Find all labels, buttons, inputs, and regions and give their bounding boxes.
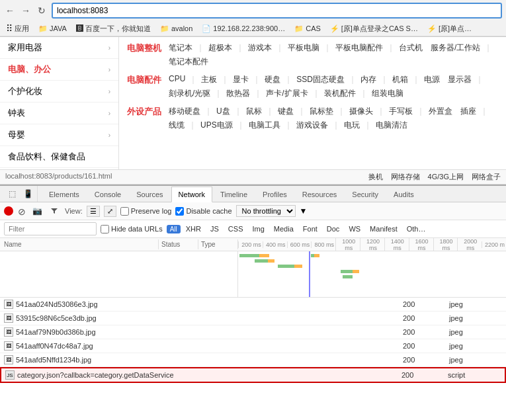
menu-item-food[interactable]: 食品饮料、保健食品 — [0, 146, 118, 168]
tab-profiles[interactable]: Profiles — [255, 187, 294, 202]
link-cpu[interactable]: CPU — [169, 74, 185, 85]
disable-cache-checkbox[interactable] — [175, 207, 184, 216]
menu-item-muying[interactable]: 母婴 › — [0, 124, 118, 146]
link-xianka[interactable]: 显卡 — [233, 74, 249, 85]
tab-security[interactable]: Security — [345, 187, 386, 202]
type-js[interactable]: JS — [209, 225, 220, 233]
table-row[interactable]: 🖼 541aaff0N47dc48a7.jpg 200 jpeg — [0, 339, 506, 353]
bookmark-java[interactable]: 📁 JAVA — [36, 24, 69, 34]
bookmark-cas-link2[interactable]: ⚡ [原]单点… — [425, 23, 474, 34]
link-chaoji[interactable]: 超极本 — [208, 42, 232, 54]
status-link-1[interactable]: 网络存储 — [391, 172, 420, 182]
type-other[interactable]: Oth… — [405, 225, 427, 233]
tab-sources[interactable]: Sources — [129, 187, 170, 202]
link-chazuo[interactable]: 插座 — [460, 106, 476, 117]
link-keyboard[interactable]: 键盘 — [278, 106, 294, 117]
type-img[interactable]: Img — [251, 225, 265, 233]
link-sanreqi[interactable]: 散热器 — [226, 88, 250, 99]
type-manifest[interactable]: Manifest — [368, 225, 399, 233]
url-bar[interactable] — [52, 3, 502, 19]
table-row[interactable]: 🖼 541aa024Nd53086e3.jpg 200 jpeg — [0, 298, 506, 312]
forward-button[interactable]: → — [20, 5, 32, 17]
link-zhuangji[interactable]: 装机配件 — [324, 88, 356, 99]
link-note[interactable]: 笔记本 — [169, 42, 192, 54]
link-jixiang[interactable]: 机箱 — [392, 74, 408, 85]
device-mode-button[interactable]: 📱 — [21, 187, 34, 200]
link-pingban-peijian[interactable]: 平板电脑配件 — [335, 42, 383, 54]
throttle-select[interactable]: No throttling — [236, 205, 296, 217]
link-dianyuan[interactable]: 电源 — [424, 74, 440, 85]
link-sxieban[interactable]: 手写板 — [389, 106, 413, 117]
link-udisk[interactable]: 移动硬盘 — [169, 106, 200, 117]
link-mouse[interactable]: 鼠标 — [246, 106, 262, 117]
bookmark-avalon[interactable]: 📁 avalon — [158, 24, 194, 34]
clear-button[interactable]: ⊘ — [17, 206, 26, 216]
status-link-0[interactable]: 换机 — [368, 172, 383, 182]
link-yingpan[interactable]: 硬盘 — [265, 74, 280, 85]
grid-view-button[interactable]: ⤢ — [104, 206, 116, 217]
type-doc[interactable]: Doc — [325, 225, 341, 233]
status-link-3[interactable]: 网络盒子 — [472, 172, 501, 182]
bookmark-apps[interactable]: ⠿ 应用 — [4, 22, 31, 34]
camera-button[interactable]: 📷 — [30, 204, 44, 218]
menu-item-zhongbiao[interactable]: 钟表 › — [0, 103, 118, 124]
status-link-2[interactable]: 4G/3G上网 — [428, 172, 464, 182]
bookmark-cas[interactable]: 📁 CAS — [292, 24, 323, 34]
tab-console[interactable]: Console — [87, 187, 128, 202]
disable-cache-label[interactable]: Disable cache — [175, 207, 232, 216]
type-ws[interactable]: WS — [347, 225, 362, 233]
link-note-acc[interactable]: 笔记本配件 — [169, 56, 208, 67]
list-view-button[interactable]: ☰ — [87, 206, 100, 217]
table-row[interactable]: 🖼 541aaf79N9b0d386b.jpg 200 jpeg — [0, 325, 506, 339]
link-usb[interactable]: U盘 — [216, 106, 230, 117]
link-server[interactable]: 服务器/工作站 — [431, 42, 480, 54]
inspect-element-button[interactable]: ⬚ — [5, 187, 19, 200]
link-ssd[interactable]: SSD固态硬盘 — [296, 74, 345, 85]
link-xianlam[interactable]: 线缆 — [169, 120, 185, 131]
link-youxi[interactable]: 游戏本 — [248, 42, 272, 54]
hide-data-checkbox[interactable] — [101, 225, 109, 233]
tab-elements[interactable]: Elements — [42, 187, 87, 202]
tab-timeline[interactable]: Timeline — [213, 187, 255, 202]
bookmark-cas-link[interactable]: ⚡ [原]单点登录之CAS S… — [328, 23, 420, 34]
type-media[interactable]: Media — [273, 225, 295, 233]
bookmark-ip[interactable]: 📄 192.168.22.238:900… — [200, 24, 287, 34]
refresh-button[interactable]: ↻ — [36, 5, 48, 17]
table-row[interactable]: 🖼 53915c98N6c5ce3db.jpg 200 jpeg — [0, 312, 506, 325]
menu-item-genhun[interactable]: 个护化妆 › — [0, 81, 118, 103]
menu-item-diannao[interactable]: 电脑、办公 › — [0, 59, 118, 81]
link-mousepad[interactable]: 鼠标垫 — [310, 106, 333, 117]
link-camera[interactable]: 摄像头 — [349, 106, 373, 117]
preserve-log-checkbox[interactable] — [120, 207, 129, 216]
menu-item-auto[interactable]: 汽车用品 › — [0, 168, 118, 169]
menu-item-jiayong[interactable]: 家用电器 › — [0, 37, 118, 59]
filter-input[interactable] — [4, 222, 97, 235]
link-kelu[interactable]: 刻录机/光驱 — [169, 88, 210, 99]
all-filter-badge[interactable]: All — [167, 225, 181, 233]
link-tools[interactable]: 电脑工具 — [249, 120, 280, 131]
tab-network[interactable]: Network — [171, 187, 212, 202]
back-button[interactable]: ← — [4, 5, 16, 17]
tab-audits[interactable]: Audits — [386, 187, 421, 202]
link-ups[interactable]: UPS电源 — [200, 120, 233, 131]
tab-resources[interactable]: Resources — [295, 187, 345, 202]
link-shengka[interactable]: 声卡/扩展卡 — [266, 88, 308, 99]
link-gamedev[interactable]: 游戏设备 — [296, 120, 328, 131]
link-taishi[interactable]: 台式机 — [399, 42, 423, 54]
preserve-log-label[interactable]: Preserve log — [120, 207, 172, 216]
link-neicun[interactable]: 内存 — [360, 74, 376, 85]
link-waizhi[interactable]: 外置盒 — [429, 106, 452, 117]
type-font[interactable]: Font — [302, 225, 319, 233]
filter-button[interactable] — [48, 204, 61, 218]
table-row-highlighted[interactable]: JS category.json?callback=category.getDa… — [0, 367, 506, 383]
link-zuji[interactable]: 组装电脑 — [372, 88, 403, 99]
table-row[interactable]: 🖼 541aafd5Nffd1234b.jpg 200 jpeg — [0, 353, 506, 367]
bookmark-baidu[interactable]: 🅱 百度一下，你就知道 — [74, 23, 153, 34]
link-dianwan[interactable]: 电玩 — [344, 120, 360, 131]
link-qingjie[interactable]: 电脑清洁 — [376, 120, 407, 131]
link-xianshiqi[interactable]: 显示器 — [448, 74, 472, 85]
link-pingban[interactable]: 平板电脑 — [288, 42, 319, 54]
link-zhuban[interactable]: 主板 — [201, 74, 217, 85]
hide-data-label[interactable]: Hide data URLs — [101, 225, 163, 233]
type-css[interactable]: CSS — [227, 225, 245, 233]
